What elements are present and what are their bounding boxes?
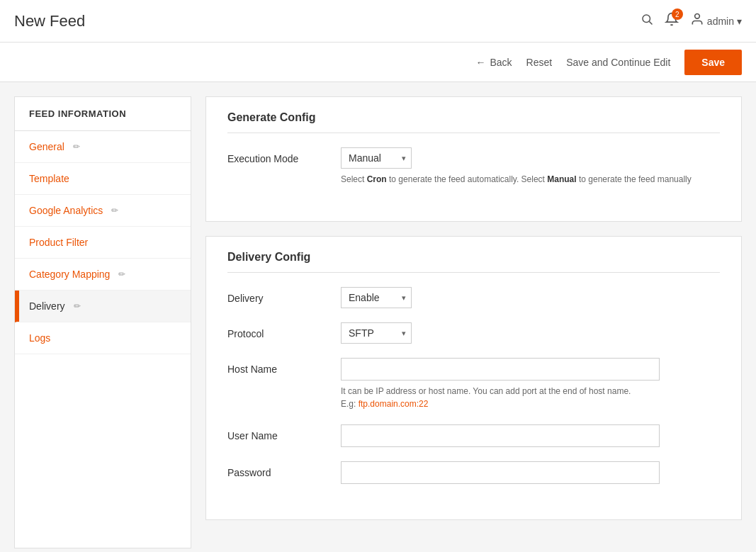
- content-area: Generate Config Execution Mode Manual Cr…: [191, 96, 742, 548]
- username-row: User Name: [227, 424, 720, 447]
- header-actions: 2 admin ▾: [641, 12, 742, 30]
- sidebar-item-label: General: [29, 141, 64, 152]
- delivery-config-title: Delivery Config: [227, 251, 720, 273]
- execution-mode-label: Execution Mode: [227, 147, 341, 164]
- arrow-left-icon: ←: [475, 57, 485, 68]
- user-menu-button[interactable]: admin ▾: [690, 12, 742, 30]
- protocol-select-wrapper: SFTP FTP ▾: [341, 322, 412, 344]
- password-label: Password: [227, 461, 341, 478]
- chevron-down-icon: ▾: [737, 16, 742, 27]
- svg-line-1: [649, 21, 652, 24]
- save-button[interactable]: Save: [684, 50, 742, 75]
- edit-icon: ✏: [118, 269, 125, 279]
- reset-button[interactable]: Reset: [526, 57, 553, 68]
- hostname-input[interactable]: [341, 358, 660, 381]
- notification-badge: 2: [672, 9, 683, 20]
- search-icon: [641, 13, 653, 26]
- sidebar-item-logs[interactable]: Logs: [15, 322, 191, 354]
- back-button[interactable]: ← Back: [475, 57, 512, 68]
- sidebar-item-template[interactable]: Template: [15, 163, 191, 195]
- sidebar-item-label: Template: [29, 173, 69, 184]
- delivery-config-section: Delivery Config Delivery Enable Disable …: [205, 236, 742, 520]
- generate-config-section: Generate Config Execution Mode Manual Cr…: [205, 96, 742, 222]
- hostname-hint: It can be IP address or host name. You c…: [341, 385, 695, 410]
- page-title: New Feed: [14, 12, 85, 30]
- username-input[interactable]: [341, 424, 660, 447]
- sidebar-item-product-filter[interactable]: Product Filter: [15, 227, 191, 259]
- sidebar-item-label: Category Mapping: [29, 269, 110, 280]
- sidebar-item-label: Delivery: [29, 300, 65, 312]
- username-label: User Name: [227, 424, 341, 441]
- svg-point-2: [695, 14, 700, 19]
- execution-mode-hint: Select Cron to generate the feed automat…: [341, 173, 695, 186]
- delivery-field: Enable Disable ▾: [341, 287, 720, 308]
- user-icon: [690, 12, 704, 30]
- delivery-row: Delivery Enable Disable ▾: [227, 287, 720, 308]
- toolbar: ← Back Reset Save and Continue Edit Save: [0, 43, 756, 82]
- user-name: admin: [707, 16, 734, 27]
- svg-point-0: [643, 15, 650, 23]
- delivery-select[interactable]: Enable Disable: [341, 287, 412, 308]
- password-row: Password: [227, 461, 720, 484]
- sidebar: FEED INFORMATION General ✏ Template Goog…: [14, 96, 191, 548]
- execution-mode-row: Execution Mode Manual Cron ▾ Select Cron…: [227, 147, 720, 186]
- sidebar-section-title: FEED INFORMATION: [15, 97, 191, 131]
- hostname-label: Host Name: [227, 358, 341, 375]
- save-continue-button[interactable]: Save and Continue Edit: [566, 57, 670, 68]
- edit-icon: ✏: [74, 301, 81, 311]
- hostname-field: It can be IP address or host name. You c…: [341, 358, 720, 410]
- execution-mode-field: Manual Cron ▾ Select Cron to generate th…: [341, 147, 720, 186]
- sidebar-item-google-analytics[interactable]: Google Analytics ✏: [15, 195, 191, 227]
- main-layout: FEED INFORMATION General ✏ Template Goog…: [14, 96, 742, 548]
- protocol-select[interactable]: SFTP FTP: [341, 322, 412, 344]
- execution-mode-select-wrapper: Manual Cron ▾: [341, 147, 412, 169]
- username-field: [341, 424, 720, 447]
- protocol-label: Protocol: [227, 322, 341, 339]
- sidebar-item-category-mapping[interactable]: Category Mapping ✏: [15, 259, 191, 291]
- password-input[interactable]: [341, 461, 660, 484]
- edit-icon: ✏: [111, 205, 118, 215]
- protocol-row: Protocol SFTP FTP ▾: [227, 322, 720, 344]
- sidebar-item-label: Product Filter: [29, 237, 88, 248]
- hostname-row: Host Name It can be IP address or host n…: [227, 358, 720, 410]
- sidebar-item-general[interactable]: General ✏: [15, 131, 191, 163]
- delivery-label: Delivery: [227, 287, 341, 304]
- generate-config-title: Generate Config: [227, 111, 720, 133]
- edit-icon: ✏: [73, 142, 80, 152]
- notifications-button[interactable]: 2: [665, 12, 679, 30]
- sidebar-item-label: Google Analytics: [29, 205, 103, 216]
- sidebar-item-label: Logs: [29, 332, 50, 344]
- password-field: [341, 461, 720, 484]
- search-button[interactable]: [641, 13, 653, 29]
- delivery-select-wrapper: Enable Disable ▾: [341, 287, 412, 308]
- protocol-field: SFTP FTP ▾: [341, 322, 720, 344]
- execution-mode-select[interactable]: Manual Cron: [341, 147, 412, 169]
- sidebar-item-delivery[interactable]: Delivery ✏: [15, 291, 191, 322]
